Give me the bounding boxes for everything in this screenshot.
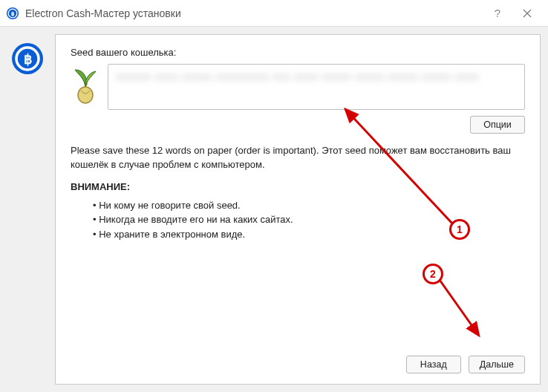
seed-label: Seed вашего кошелька: — [71, 47, 525, 58]
back-button[interactable]: Назад — [406, 356, 461, 373]
next-button[interactable]: Дальше — [469, 356, 525, 373]
attention-item: Не храните в электронном виде. — [93, 227, 525, 242]
seed-words-hidden: xxxxxx xxxx xxxxx xxxxxxxxx xxx xxxx xxx… — [116, 71, 517, 84]
titlebar-app-name: Electron Cash — [25, 7, 91, 19]
seed-textarea[interactable]: xxxxxx xxxx xxxxx xxxxxxxxx xxx xxxx xxx… — [108, 64, 525, 110]
attention-item: Никогда не вводите его ни на каких сайта… — [93, 212, 525, 227]
titlebar-subtitle: Мастер установки — [94, 7, 181, 19]
attention-list: Ни кому не говорите свой seed. Никогда н… — [71, 198, 525, 242]
svg-line-8 — [440, 280, 479, 336]
close-button[interactable] — [512, 0, 542, 27]
svg-text:฿: ฿ — [24, 52, 32, 67]
bitcoin-logo-icon: ฿ — [10, 42, 45, 76]
titlebar: ฿ Electron Cash - Мастер установки ? — [0, 0, 548, 27]
seed-sprout-icon — [71, 64, 100, 110]
wizard-panel: Seed вашего кошелька: xxxxxx xxxx xxxxx … — [55, 34, 541, 385]
app-icon: ฿ — [6, 7, 19, 20]
options-button[interactable]: Опции — [470, 116, 525, 134]
help-button[interactable]: ? — [483, 0, 512, 27]
attention-heading: ВНИМАНИЕ: — [71, 181, 525, 192]
attention-item: Ни кому не говорите свой seed. — [93, 198, 525, 213]
seed-help-text: Please save these 12 words on paper (ord… — [71, 144, 525, 172]
svg-point-6 — [78, 87, 93, 103]
annotation-marker-2: 2 — [423, 264, 443, 284]
sidebar: ฿ — [0, 27, 55, 392]
